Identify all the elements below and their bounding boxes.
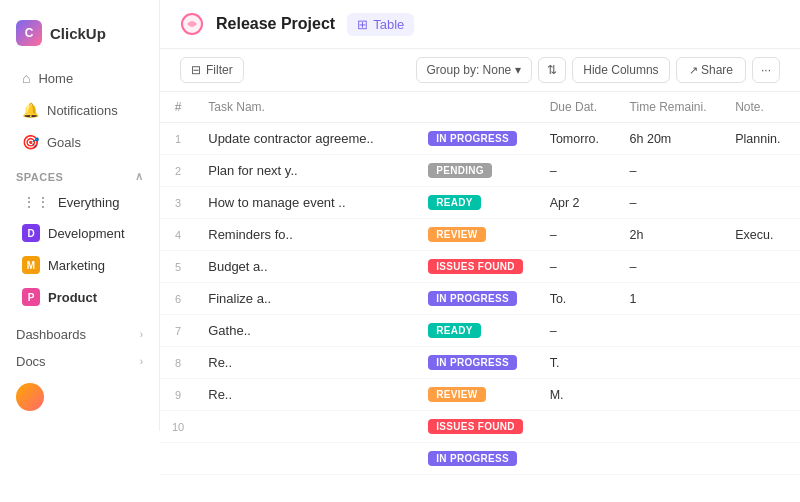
table-view-label: Table	[373, 17, 404, 32]
share-icon: ↗	[689, 64, 698, 76]
status-badge: ISSUES FOUND	[428, 259, 523, 274]
sidebar-item-docs[interactable]: Docs ›	[0, 348, 159, 375]
page-header: Release Project ⊞ Table	[160, 0, 800, 49]
cell-task-name[interactable]: Re..	[196, 379, 416, 411]
table-row[interactable]: IN PROGRESS	[160, 443, 800, 475]
cell-status: IN PROGRESS	[416, 283, 537, 315]
dashboards-label: Dashboards	[16, 327, 86, 342]
status-badge: IN PROGRESS	[428, 131, 517, 146]
logo-text: ClickUp	[50, 25, 106, 42]
table-row[interactable]: 6Finalize a..IN PROGRESSTo.1	[160, 283, 800, 315]
cell-num: 7	[160, 315, 196, 347]
logo[interactable]: C ClickUp	[0, 12, 159, 62]
cell-task-name[interactable]	[196, 443, 416, 475]
cell-task-name[interactable]: Finalize a..	[196, 283, 416, 315]
marketing-dot: M	[22, 256, 40, 274]
cell-status: PENDING	[416, 155, 537, 187]
cell-task-name[interactable]: Update contractor agreeme..	[196, 123, 416, 155]
cell-time-remaining: –	[618, 155, 724, 187]
cell-notes	[723, 187, 800, 219]
cell-due-date: Tomorro.	[538, 123, 618, 155]
status-badge: READY	[428, 195, 481, 210]
sidebar-item-marketing[interactable]: M Marketing	[6, 250, 153, 280]
cell-num: 1	[160, 123, 196, 155]
table-row[interactable]: 3How to manage event ..READYApr 2–	[160, 187, 800, 219]
cell-notes	[723, 347, 800, 379]
cell-task-name[interactable]: Plan for next y..	[196, 155, 416, 187]
table-row[interactable]: 7Gathe..READY–	[160, 315, 800, 347]
cell-num: 9	[160, 379, 196, 411]
status-badge: IN PROGRESS	[428, 291, 517, 306]
user-avatar-area[interactable]	[0, 375, 159, 419]
spaces-collapse-icon[interactable]: ∧	[135, 170, 144, 183]
sidebar-item-development[interactable]: D Development	[6, 218, 153, 248]
table-row[interactable]: 1Update contractor agreeme..IN PROGRESST…	[160, 123, 800, 155]
more-options-button[interactable]: ···	[752, 57, 780, 83]
filter-label: Filter	[206, 63, 233, 77]
status-badge: IN PROGRESS	[428, 451, 517, 466]
sidebar-item-goals[interactable]: 🎯 Goals	[6, 127, 153, 157]
cell-notes	[723, 379, 800, 411]
main-content: Release Project ⊞ Table ⊟ Filter Group b…	[160, 0, 800, 502]
cell-task-name[interactable]: Reminders fo..	[196, 219, 416, 251]
share-button[interactable]: ↗ Share	[676, 57, 746, 83]
cell-task-name[interactable]: Gathe..	[196, 315, 416, 347]
cell-task-name[interactable]: Re..	[196, 347, 416, 379]
sidebar-item-dashboards[interactable]: Dashboards ›	[0, 321, 159, 348]
filter-button[interactable]: ⊟ Filter	[180, 57, 244, 83]
sort-icon: ⇅	[547, 63, 557, 77]
cell-task-name[interactable]: How to manage event ..	[196, 187, 416, 219]
status-badge: READY	[428, 323, 481, 338]
cell-time-remaining: –	[618, 187, 724, 219]
share-label: Share	[701, 63, 733, 77]
sidebar-item-notifications-label: Notifications	[47, 103, 118, 118]
cell-notes	[723, 411, 800, 443]
sidebar-item-home[interactable]: ⌂ Home	[6, 63, 153, 93]
sidebar-item-everything[interactable]: ⋮⋮ Everything	[6, 188, 153, 216]
table-row[interactable]: 10ISSUES FOUND	[160, 411, 800, 443]
cell-due-date: –	[538, 219, 618, 251]
avatar	[16, 383, 44, 411]
cell-notes	[723, 283, 800, 315]
status-badge: REVIEW	[428, 227, 485, 242]
sidebar-item-product[interactable]: P Product	[6, 282, 153, 312]
table-row[interactable]: 9Re..REVIEWM.	[160, 379, 800, 411]
sidebar-item-notifications[interactable]: 🔔 Notifications	[6, 95, 153, 125]
cell-due-date: T.	[538, 347, 618, 379]
cell-notes	[723, 315, 800, 347]
cell-status: IN PROGRESS	[416, 123, 537, 155]
cell-task-name[interactable]	[196, 411, 416, 443]
cell-time-remaining	[618, 315, 724, 347]
more-icon: ···	[761, 63, 771, 77]
table-view-tab[interactable]: ⊞ Table	[347, 13, 414, 36]
cell-status: READY	[416, 315, 537, 347]
cell-due-date: To.	[538, 283, 618, 315]
cell-status: REVIEW	[416, 219, 537, 251]
table-row[interactable]: 5Budget a..ISSUES FOUND––	[160, 251, 800, 283]
sidebar-item-everything-label: Everything	[58, 195, 119, 210]
col-header-num: #	[160, 92, 196, 123]
hide-columns-button[interactable]: Hide Columns	[572, 57, 669, 83]
table-row[interactable]: 8Re..IN PROGRESST.	[160, 347, 800, 379]
table-row[interactable]: 2Plan for next y..PENDING––	[160, 155, 800, 187]
tasks-table: # Task Nam. Due Dat. Time Remaini. Note.…	[160, 92, 800, 475]
cell-task-name[interactable]: Budget a..	[196, 251, 416, 283]
table-container: # Task Nam. Due Dat. Time Remaini. Note.…	[160, 92, 800, 502]
sidebar-item-marketing-label: Marketing	[48, 258, 105, 273]
filter-icon: ⊟	[191, 63, 201, 77]
cell-time-remaining: –	[618, 251, 724, 283]
spaces-section-label: Spaces ∧	[0, 158, 159, 187]
cell-status: IN PROGRESS	[416, 347, 537, 379]
cell-num: 2	[160, 155, 196, 187]
cell-num: 10	[160, 411, 196, 443]
group-by-button[interactable]: Group by: None ▾	[416, 57, 533, 83]
table-row[interactable]: 4Reminders fo..REVIEW–2hExecu.	[160, 219, 800, 251]
sort-button[interactable]: ⇅	[538, 57, 566, 83]
bell-icon: 🔔	[22, 102, 39, 118]
cell-due-date: Apr 2	[538, 187, 618, 219]
sidebar-item-goals-label: Goals	[47, 135, 81, 150]
status-badge: PENDING	[428, 163, 492, 178]
project-icon	[180, 12, 204, 36]
group-by-chevron: ▾	[515, 63, 521, 77]
cell-status: ISSUES FOUND	[416, 411, 537, 443]
